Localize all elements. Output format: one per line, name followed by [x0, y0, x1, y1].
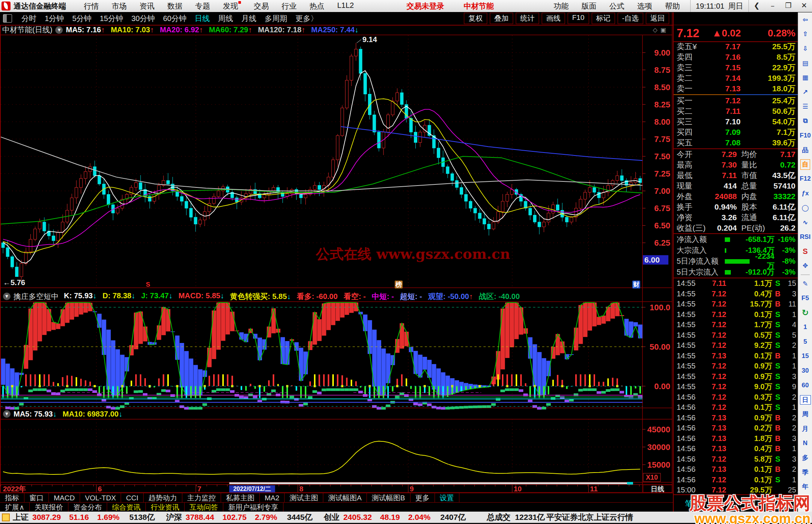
- strip-period-60[interactable]: 60: [798, 378, 812, 393]
- tab-新用户福利专享[interactable]: 新用户福利专享: [223, 503, 283, 512]
- tab-测试幅图B[interactable]: 测试幅图B: [367, 493, 411, 503]
- scroll-down-icon[interactable]: ⇩: [798, 41, 812, 56]
- tick-row[interactable]: 14:557.120.1万S1: [674, 310, 798, 320]
- strategy-icon[interactable]: S: [798, 244, 812, 259]
- f10-icon[interactable]: F10: [798, 128, 812, 143]
- tab-VOL-TDX[interactable]: VOL-TDX: [80, 493, 121, 503]
- rsi-icon[interactable]: RSI: [798, 230, 812, 244]
- wave-icon[interactable]: ∿: [798, 215, 812, 230]
- tick-row[interactable]: 14:567.120.1万S1: [674, 475, 798, 485]
- strip-period-年[interactable]: 年: [798, 479, 812, 494]
- kline-icon[interactable]: ☰: [798, 100, 812, 114]
- tick-row[interactable]: 14:557.130.1万B1: [674, 351, 798, 361]
- formula-icon[interactable]: ƒx: [798, 186, 812, 201]
- back-button[interactable]: ❮: [749, 1, 765, 11]
- tab-主力监控[interactable]: 主力监控: [182, 493, 221, 503]
- volume-pane[interactable]: [3, 441, 640, 474]
- buy-level[interactable]: 买一7.1225.4万: [674, 95, 798, 106]
- pencil-icon[interactable]: ✎: [798, 276, 812, 291]
- tick-row[interactable]: 14:567.130.9万B2: [674, 413, 798, 423]
- buy-level[interactable]: 买二7.1150.6万: [674, 106, 798, 116]
- pages-icon[interactable]: ⧉: [798, 114, 812, 128]
- index-quote-创业[interactable]: 创业2405.3248.192.04%2407亿: [324, 512, 477, 522]
- tick-row[interactable]: 14:557.129.0万S9: [674, 382, 798, 392]
- tab-综合资讯[interactable]: 综合资讯: [107, 503, 146, 512]
- tick-row[interactable]: 14:567.130.1万B2: [674, 464, 798, 475]
- close-button[interactable]: ✕: [796, 1, 812, 11]
- collapse-chevron-icon[interactable]: ▼: [3, 293, 11, 300]
- strip-period-日[interactable]: 日: [798, 393, 812, 407]
- tab-互动问答[interactable]: 互动问答: [185, 503, 223, 512]
- tick-row[interactable]: 14:557.111.1万S15: [674, 278, 798, 289]
- tab-MACD[interactable]: MACD: [49, 493, 80, 503]
- trend-icon[interactable]: ↗: [798, 85, 812, 100]
- sell-level[interactable]: 卖五¥7.1725.5万: [674, 41, 798, 52]
- restore-button[interactable]: ❐: [780, 1, 796, 11]
- scroll-up-icon[interactable]: ⇧: [798, 27, 812, 42]
- tab-关联报价[interactable]: 关联报价: [30, 503, 68, 512]
- tab-趋势动力[interactable]: 趋势动力: [144, 493, 182, 503]
- tick-row[interactable]: 14:557.129.2万S2: [674, 340, 798, 351]
- sell-level[interactable]: 卖一7.1318.0万: [674, 83, 798, 94]
- buy-level[interactable]: 买四7.097.1万: [674, 127, 798, 137]
- circle-icon[interactable]: ◯: [798, 201, 812, 215]
- tick-row[interactable]: 14:567.130.4万B1: [674, 444, 798, 454]
- market-status-icon[interactable]: [2, 513, 10, 521]
- collapse-chevron-icon[interactable]: ▼: [55, 26, 63, 34]
- strip-period-月[interactable]: 月: [798, 421, 812, 436]
- strip-period-15[interactable]: 15: [798, 349, 812, 364]
- tab-MA2[interactable]: MA2: [260, 493, 285, 503]
- tab-指标[interactable]: 指标: [0, 493, 24, 503]
- tick-row[interactable]: 14:567.130.2万B2: [674, 423, 798, 433]
- signal-marker[interactable]: S: [146, 281, 150, 288]
- tab-测试幅图A[interactable]: 测试幅图A: [323, 493, 367, 503]
- tick-row[interactable]: 14:557.120.4万B3: [674, 289, 798, 299]
- strip-period-N[interactable]: N: [798, 436, 812, 451]
- tick-row[interactable]: 14:557.120.5万S5: [674, 330, 798, 341]
- tab-测试主图[interactable]: 测试主图: [285, 493, 323, 503]
- tick-row[interactable]: 14:557.120.9万S3: [674, 371, 798, 382]
- self-select-icon[interactable]: 自: [800, 159, 810, 170]
- sell-level[interactable]: 卖四7.168.5万: [674, 52, 798, 62]
- tab-设置[interactable]: 设置: [435, 493, 459, 503]
- refresh-icon[interactable]: ↻: [798, 305, 812, 320]
- move-icon[interactable]: ✥: [798, 259, 812, 273]
- f5-icon[interactable]: F5: [798, 291, 812, 306]
- tick-row[interactable]: 14:567.120.3万S2: [674, 392, 798, 403]
- rank-badge[interactable]: 榜: [395, 281, 403, 288]
- tab-行业资讯[interactable]: 行业资讯: [146, 503, 185, 512]
- sell-level[interactable]: 卖三7.1522.9万: [674, 62, 798, 73]
- tick-row[interactable]: 14:567.125.8万S3: [674, 454, 798, 465]
- sell-level[interactable]: 卖二7.14199.3万: [674, 73, 798, 83]
- date-axis[interactable]: 2022年678910112022/07/12/二日线: [1, 485, 672, 493]
- report-icon[interactable]: ▤: [798, 56, 812, 71]
- strip-period-季[interactable]: 季: [798, 465, 812, 480]
- h-scrollbar[interactable]: [229, 482, 627, 484]
- tick-row[interactable]: 14:557.1215.7万B11: [674, 299, 798, 310]
- f12-icon[interactable]: F12: [798, 172, 812, 186]
- strip-period-5[interactable]: 5: [798, 334, 812, 349]
- strip-period-1[interactable]: 1: [798, 320, 812, 335]
- quote-table-icon[interactable]: ▦: [798, 70, 812, 85]
- minimize-button[interactable]: －: [765, 1, 780, 11]
- strip-period-多[interactable]: 多: [798, 450, 812, 465]
- strip-period-周[interactable]: 周: [798, 407, 812, 421]
- buy-level[interactable]: 买五7.0839.6万: [674, 137, 798, 148]
- tab-私募主图[interactable]: 私募主图: [221, 493, 260, 503]
- pane-corner-icons[interactable]: ◇▣: [653, 26, 669, 33]
- strip-period-30[interactable]: 30: [798, 364, 812, 378]
- tab-窗口[interactable]: 窗口: [24, 493, 49, 503]
- tab-CCI[interactable]: CCI: [121, 493, 144, 503]
- buy-level[interactable]: 买三7.1054.0万: [674, 116, 798, 127]
- oscillator-pane[interactable]: [1, 302, 643, 409]
- finance-badge[interactable]: 财: [632, 281, 640, 288]
- tab-扩展∧[interactable]: 扩展∧: [0, 503, 30, 512]
- index-quote-沪深[interactable]: 沪深3788.44102.752.79%3445亿: [166, 512, 324, 522]
- tree-icon[interactable]: 品: [798, 143, 812, 157]
- back-arrow-icon[interactable]: ⇦: [798, 12, 812, 27]
- collapse-chevron-icon[interactable]: ▼: [3, 410, 11, 418]
- tick-row[interactable]: 14:567.131.8万B3: [674, 433, 798, 444]
- tick-row[interactable]: 14:557.120.9万S1: [674, 361, 798, 371]
- tick-row[interactable]: 14:557.121.7万S4: [674, 320, 798, 330]
- tab-资金分布[interactable]: 资金分布: [68, 503, 107, 512]
